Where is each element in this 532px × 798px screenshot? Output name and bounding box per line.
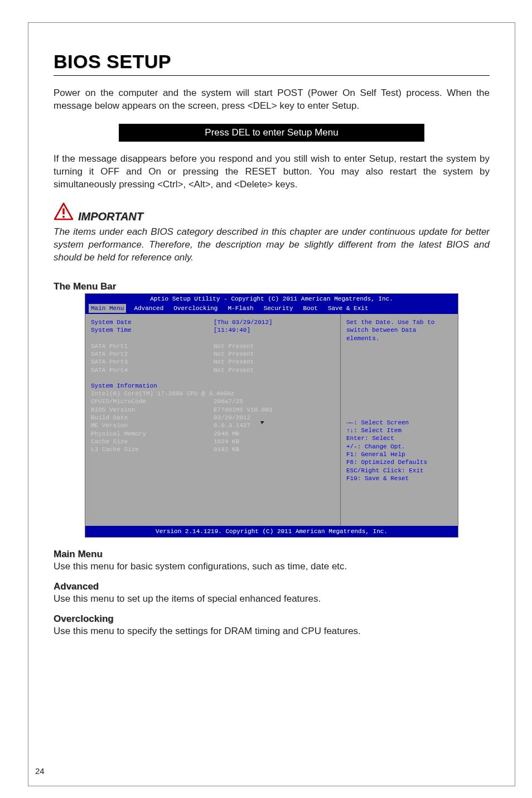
bios-row-system-date[interactable]: System Date [Thu 03/29/2012] [91, 318, 335, 326]
bios-tab-mflash[interactable]: M-Flash [225, 304, 255, 313]
warning-icon [54, 202, 74, 220]
page-title: BIOS SETUP [54, 51, 490, 72]
help-key-line: F6: Optimized Defaults [346, 458, 452, 466]
menu-bar-heading: The Menu Bar [54, 281, 490, 292]
bios-row-builddate: Build Date 03/29/2012 [91, 414, 335, 422]
bios-tab-overclocking[interactable]: Overclocking [171, 304, 220, 313]
help-key-line: F1: General Help [346, 451, 452, 458]
bios-row-physmem: Physical Memory 2048 MB [91, 430, 335, 438]
section-heading-mainmenu: Main Menu [54, 549, 490, 560]
bios-body: System Date [Thu 03/29/2012] System Time… [85, 314, 458, 526]
section-heading-advanced: Advanced [54, 581, 490, 592]
bios-row-system-time[interactable]: System Time [11:49:40] [91, 326, 335, 334]
del-message-bar: Press DEL to enter Setup Menu [119, 124, 424, 142]
bios-row-l3cache: L3 Cache Size 8192 KB [91, 446, 335, 453]
document-page: BIOS SETUP Power on the computer and the… [28, 22, 515, 786]
help-key-line: →←: Select Screen [346, 419, 452, 427]
help-key-line: F10: Save & Reset [346, 475, 452, 482]
bios-right-pane: Set the Date. Use Tab to switch between … [341, 314, 458, 526]
section-heading-overclocking: Overclocking [54, 613, 490, 625]
bios-footer: Version 2.14.1219. Copyright (C) 2011 Am… [85, 526, 458, 537]
bios-row-sata3: SATA Port3 Not Present [91, 358, 335, 366]
bios-sysinfo-heading: System Information [91, 382, 335, 390]
section-body-mainmenu: Use this menu for basic system configura… [54, 561, 490, 572]
bios-header-line: Aptio Setup Utility - Copyright (C) 2011… [85, 294, 458, 304]
intro-paragraph-2: If the message disappears before you res… [54, 153, 490, 191]
help-key-line: +/-: Change Opt. [346, 443, 452, 451]
bios-cpu-line: Intel(R) Core(TM) i7-2600 CPU @ 3.40GHz [91, 390, 335, 398]
bios-row-cpuid: CPUID/MicroCode 206a7/25 [91, 398, 335, 405]
important-row: IMPORTANT [54, 202, 490, 223]
important-text: The items under each BIOS category descr… [54, 226, 490, 264]
important-label: IMPORTANT [78, 210, 143, 223]
bios-tab-boot[interactable]: Boot [301, 304, 320, 313]
section-body-overclocking: Use this menu to specify the settings fo… [54, 626, 490, 637]
svg-rect-1 [62, 208, 65, 214]
bios-row-biosver: BIOS Version E7788IMS V10.0B3 [91, 406, 335, 414]
bios-left-pane: System Date [Thu 03/29/2012] System Time… [85, 314, 341, 526]
bios-screenshot: Aptio Setup Utility - Copyright (C) 2011… [85, 293, 458, 538]
help-key-line: ESC/Right Click: Exit [346, 467, 452, 475]
bios-row-mever: ME Version 8.0.3.1427 [91, 422, 335, 429]
svg-rect-2 [62, 216, 65, 218]
page-number: 24 [35, 766, 45, 776]
bios-help-text: Set the Date. Use Tab to switch between … [346, 318, 452, 342]
help-key-line: Enter: Select [346, 434, 452, 442]
title-rule [54, 75, 490, 76]
bios-tab-security[interactable]: Security [262, 304, 296, 313]
help-key-line: ↑↓: Select Item [346, 427, 452, 434]
bios-tab-bar: Main Menu Advanced Overclocking M-Flash … [85, 304, 458, 314]
bios-tab-main[interactable]: Main Menu [89, 304, 126, 313]
bios-row-sata4: SATA Port4 Not Present [91, 366, 335, 374]
bios-tab-saveexit[interactable]: Save & Exit [326, 304, 371, 313]
bios-tab-advanced[interactable]: Advanced [132, 304, 166, 313]
bios-row-cache: Cache Size 1024 KB [91, 438, 335, 446]
bios-help-keys: →←: Select Screen ↑↓: Select Item Enter:… [346, 419, 452, 521]
section-body-advanced: Use this menu to set up the items of spe… [54, 593, 490, 604]
intro-paragraph-1: Power on the computer and the system wil… [54, 87, 490, 113]
bios-row-sata2: SATA Port2 Not Present [91, 350, 335, 358]
bios-row-sata1: SATA Port1 Not Present [91, 342, 335, 350]
